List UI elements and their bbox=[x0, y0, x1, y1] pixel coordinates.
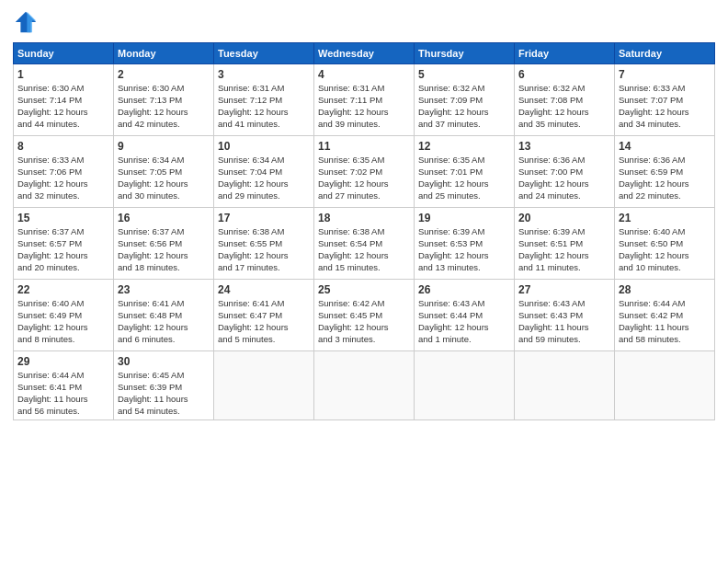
calendar-cell bbox=[415, 351, 515, 420]
day-number: 28 bbox=[619, 282, 711, 297]
day-number: 19 bbox=[418, 211, 510, 225]
calendar-cell: 23Sunrise: 6:41 AMSunset: 6:48 PMDayligh… bbox=[114, 280, 214, 351]
calendar-cell: 24Sunrise: 6:41 AMSunset: 6:47 PMDayligh… bbox=[214, 280, 314, 351]
day-number: 21 bbox=[619, 211, 711, 225]
day-number: 27 bbox=[518, 282, 610, 297]
day-number: 23 bbox=[118, 282, 210, 297]
calendar-cell bbox=[615, 351, 715, 420]
day-number: 22 bbox=[17, 282, 109, 297]
day-number: 18 bbox=[318, 211, 410, 225]
day-number: 10 bbox=[218, 139, 310, 154]
svg-marker-0 bbox=[16, 12, 36, 32]
page-container: SundayMondayTuesdayWednesdayThursdayFrid… bbox=[0, 0, 728, 430]
calendar-row: 8Sunrise: 6:33 AMSunset: 7:06 PMDaylight… bbox=[14, 136, 715, 208]
day-number: 7 bbox=[619, 67, 711, 82]
calendar-row: 1Sunrise: 6:30 AMSunset: 7:14 PMDaylight… bbox=[14, 64, 715, 136]
day-number: 6 bbox=[518, 67, 610, 82]
calendar-cell: 1Sunrise: 6:30 AMSunset: 7:14 PMDaylight… bbox=[14, 64, 114, 136]
calendar-cell: 4Sunrise: 6:31 AMSunset: 7:11 PMDaylight… bbox=[314, 64, 415, 136]
calendar-cell: 20Sunrise: 6:39 AMSunset: 6:51 PMDayligh… bbox=[515, 208, 615, 280]
calendar-cell: 26Sunrise: 6:43 AMSunset: 6:44 PMDayligh… bbox=[415, 280, 515, 351]
weekday-header: Monday bbox=[114, 43, 214, 64]
calendar-table: SundayMondayTuesdayWednesdayThursdayFrid… bbox=[13, 42, 715, 420]
calendar-cell: 25Sunrise: 6:42 AMSunset: 6:45 PMDayligh… bbox=[314, 280, 415, 351]
calendar-cell: 19Sunrise: 6:39 AMSunset: 6:53 PMDayligh… bbox=[415, 208, 515, 280]
calendar-row: 22Sunrise: 6:40 AMSunset: 6:49 PMDayligh… bbox=[14, 280, 715, 351]
header bbox=[13, 9, 715, 35]
logo bbox=[13, 9, 42, 35]
calendar-cell: 22Sunrise: 6:40 AMSunset: 6:49 PMDayligh… bbox=[14, 280, 114, 351]
calendar-cell: 30Sunrise: 6:45 AMSunset: 6:39 PMDayligh… bbox=[114, 351, 214, 420]
calendar-cell: 10Sunrise: 6:34 AMSunset: 7:04 PMDayligh… bbox=[214, 136, 314, 208]
day-number: 13 bbox=[518, 139, 610, 154]
calendar-cell: 8Sunrise: 6:33 AMSunset: 7:06 PMDaylight… bbox=[14, 136, 114, 208]
day-number: 29 bbox=[17, 354, 109, 369]
day-number: 8 bbox=[17, 139, 109, 154]
day-number: 20 bbox=[518, 211, 610, 225]
calendar-cell: 18Sunrise: 6:38 AMSunset: 6:54 PMDayligh… bbox=[314, 208, 415, 280]
day-number: 24 bbox=[218, 282, 310, 297]
calendar-cell: 27Sunrise: 6:43 AMSunset: 6:43 PMDayligh… bbox=[515, 280, 615, 351]
calendar-cell: 5Sunrise: 6:32 AMSunset: 7:09 PMDaylight… bbox=[415, 64, 515, 136]
day-number: 9 bbox=[118, 139, 210, 154]
weekday-header: Tuesday bbox=[214, 43, 314, 64]
logo-icon bbox=[13, 9, 39, 35]
day-number: 5 bbox=[418, 67, 510, 82]
weekday-header: Saturday bbox=[615, 43, 715, 64]
calendar-cell: 16Sunrise: 6:37 AMSunset: 6:56 PMDayligh… bbox=[114, 208, 214, 280]
calendar-cell: 12Sunrise: 6:35 AMSunset: 7:01 PMDayligh… bbox=[415, 136, 515, 208]
calendar-cell: 9Sunrise: 6:34 AMSunset: 7:05 PMDaylight… bbox=[114, 136, 214, 208]
calendar-cell: 11Sunrise: 6:35 AMSunset: 7:02 PMDayligh… bbox=[314, 136, 415, 208]
calendar-cell: 28Sunrise: 6:44 AMSunset: 6:42 PMDayligh… bbox=[615, 280, 715, 351]
calendar-cell: 21Sunrise: 6:40 AMSunset: 6:50 PMDayligh… bbox=[615, 208, 715, 280]
calendar-row: 29Sunrise: 6:44 AMSunset: 6:41 PMDayligh… bbox=[14, 351, 715, 420]
calendar-cell: 29Sunrise: 6:44 AMSunset: 6:41 PMDayligh… bbox=[14, 351, 114, 420]
weekday-header: Thursday bbox=[415, 43, 515, 64]
calendar-cell: 13Sunrise: 6:36 AMSunset: 7:00 PMDayligh… bbox=[515, 136, 615, 208]
day-number: 17 bbox=[218, 211, 310, 225]
weekday-header: Sunday bbox=[14, 43, 114, 64]
day-number: 11 bbox=[318, 139, 410, 154]
weekday-header: Friday bbox=[515, 43, 615, 64]
day-number: 30 bbox=[118, 354, 210, 369]
calendar-cell: 3Sunrise: 6:31 AMSunset: 7:12 PMDaylight… bbox=[214, 64, 314, 136]
day-number: 25 bbox=[318, 282, 410, 297]
calendar-cell: 14Sunrise: 6:36 AMSunset: 6:59 PMDayligh… bbox=[615, 136, 715, 208]
calendar-cell: 7Sunrise: 6:33 AMSunset: 7:07 PMDaylight… bbox=[615, 64, 715, 136]
calendar-cell: 15Sunrise: 6:37 AMSunset: 6:57 PMDayligh… bbox=[14, 208, 114, 280]
weekday-header: Wednesday bbox=[314, 43, 415, 64]
day-number: 4 bbox=[318, 67, 410, 82]
day-number: 2 bbox=[118, 67, 210, 82]
day-number: 12 bbox=[418, 139, 510, 154]
day-number: 3 bbox=[218, 67, 310, 82]
calendar-cell: 17Sunrise: 6:38 AMSunset: 6:55 PMDayligh… bbox=[214, 208, 314, 280]
calendar-cell: 6Sunrise: 6:32 AMSunset: 7:08 PMDaylight… bbox=[515, 64, 615, 136]
calendar-cell bbox=[214, 351, 314, 420]
day-number: 1 bbox=[17, 67, 109, 82]
calendar-cell bbox=[515, 351, 615, 420]
calendar-row: 15Sunrise: 6:37 AMSunset: 6:57 PMDayligh… bbox=[14, 208, 715, 280]
day-number: 16 bbox=[118, 211, 210, 225]
day-number: 26 bbox=[418, 282, 510, 297]
calendar-cell: 2Sunrise: 6:30 AMSunset: 7:13 PMDaylight… bbox=[114, 64, 214, 136]
day-number: 15 bbox=[17, 211, 109, 225]
header-row: SundayMondayTuesdayWednesdayThursdayFrid… bbox=[14, 43, 715, 64]
day-number: 14 bbox=[619, 139, 711, 154]
calendar-cell bbox=[314, 351, 415, 420]
